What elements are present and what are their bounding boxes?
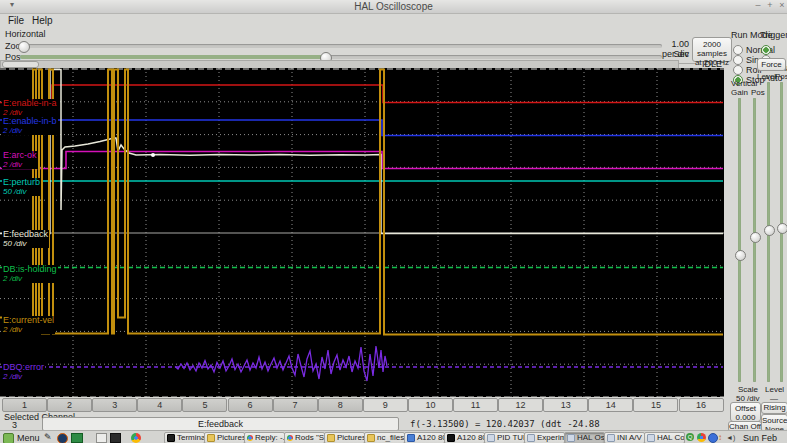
vertical-pos-slider-handle[interactable] [750, 232, 761, 243]
trigger-pos-label: Pos [775, 72, 787, 81]
chrome-tray-icon[interactable] [697, 433, 706, 442]
trigger-normal[interactable]: Normal [761, 40, 787, 50]
trace-e-current-vel [0, 70, 723, 335]
channel-tab-14[interactable]: 14 [588, 398, 633, 412]
trigger-level-slider-handle[interactable] [764, 225, 775, 236]
quod-tray-icon[interactable]: Q [686, 433, 694, 441]
vertical-gain-label: Gain [731, 88, 748, 97]
taskbar-window-8[interactable]: A120 80... [444, 432, 485, 443]
signal-icon[interactable] [734, 433, 743, 441]
window-icon [607, 434, 615, 442]
terminal-icon [167, 434, 175, 442]
horizontal-section-label: Horizontal [5, 29, 46, 39]
hal-oscilloscope-window: ▾ HAL Oscilloscope – + × File Help Horiz… [0, 0, 787, 443]
scrollbar-end-line [678, 63, 695, 64]
window-icon [567, 434, 575, 442]
file-manager-icon[interactable] [96, 433, 107, 443]
level-label: Level [765, 385, 784, 394]
selected-channel-number: 3 [12, 420, 17, 430]
menu-file[interactable]: File [8, 15, 24, 26]
taskbar-window-2[interactable]: Pictures [204, 432, 245, 443]
channel-label-dbq-error: DBQ:error2 /div [2, 363, 45, 381]
network-icon[interactable]: ↕ [718, 433, 722, 442]
firefox-icon[interactable] [57, 433, 68, 443]
mint-menu-icon[interactable] [3, 433, 14, 443]
rising-button[interactable]: Rising [761, 402, 787, 414]
channel-tab-16[interactable]: 16 [679, 398, 724, 412]
taskbar-window-3[interactable]: Reply: -... [244, 432, 285, 443]
close-button[interactable]: × [777, 0, 787, 10]
trace-marker [151, 153, 155, 157]
trace-dbq-error [175, 346, 387, 381]
minimize-button[interactable]: – [753, 0, 763, 10]
dark-icon [447, 434, 455, 442]
update-tray-icon[interactable] [708, 433, 718, 443]
selected-channel-name[interactable]: E:feedback [42, 417, 399, 431]
window-title: HAL Oscilloscope [0, 1, 787, 12]
channel-tab-6[interactable]: 6 [228, 398, 273, 412]
channel-tab-4[interactable]: 4 [137, 398, 182, 412]
scope-svg [0, 68, 724, 397]
channel-tab-3[interactable]: 3 [92, 398, 137, 412]
channel-label-e-arc-ok: E:arc-ok2 /div [2, 151, 38, 169]
menu-help[interactable]: Help [32, 15, 53, 26]
channel-tab-12[interactable]: 12 [498, 398, 543, 412]
window-icon [487, 434, 495, 442]
offset-label: Offset [731, 404, 760, 413]
folder-icon [367, 434, 375, 442]
channel-tab-1[interactable]: 1 [2, 398, 47, 412]
channel-label-e-feedback: E:feedback50 /div [2, 230, 49, 248]
maximize-button[interactable]: + [765, 0, 775, 10]
clock[interactable]: Sun Feb 10, 15:28 [743, 433, 787, 443]
channel-label-e-enable-in-a: E:enable-in-a2 /div [2, 99, 58, 117]
taskbar-window-13[interactable]: HAL Co... [644, 432, 685, 443]
channel-tab-10[interactable]: 10 [408, 398, 453, 412]
folder-icon [207, 434, 215, 442]
channel-tab-8[interactable]: 8 [318, 398, 363, 412]
offset-button[interactable]: Offset 0.000 [730, 402, 761, 422]
taskbar-window-9[interactable]: PID TUNE [484, 432, 525, 443]
force-button[interactable]: Force [757, 58, 786, 71]
menu-button[interactable]: Menu [17, 433, 40, 443]
chrome-icon[interactable] [131, 433, 141, 443]
taskbar: Menu ✎ TerminalPicturesReply: -...Rods "… [0, 430, 787, 443]
chrome-icon [247, 435, 253, 441]
pos-slider-fill [20, 55, 325, 59]
taskbar-window-5[interactable]: Pictures [324, 432, 365, 443]
chrome-icon [287, 435, 293, 441]
samples-line1: 2000 samples [693, 40, 731, 58]
channel-tab-2[interactable]: 2 [47, 398, 92, 412]
channel-tab-9[interactable]: 9 [363, 398, 408, 412]
timebase-unit: per div [655, 49, 689, 59]
channel-tab-13[interactable]: 13 [543, 398, 588, 412]
channel-label-db-is-holding: DB:is-holding2 /div [2, 265, 58, 283]
trigger-pos-slider-handle[interactable] [777, 223, 787, 234]
gain-slider[interactable] [738, 98, 741, 382]
zoom-slider[interactable] [26, 44, 662, 48]
taskbar-window-1[interactable]: Terminal [164, 432, 205, 443]
channel-label-e-enable-in-b: E:enable-in-b2 /div [2, 117, 58, 135]
pencil-icon[interactable]: ✎ [44, 433, 52, 442]
taskbar-window-4[interactable]: Rods "S... [284, 432, 325, 443]
channel-tab-15[interactable]: 15 [633, 398, 678, 412]
channel-tab-11[interactable]: 11 [453, 398, 498, 412]
taskbar-window-12[interactable]: INI A/V [604, 432, 645, 443]
taskbar-window-10[interactable]: Experim... [524, 432, 565, 443]
trigger-label: Trigger [760, 30, 787, 40]
source-label: Source [762, 416, 787, 425]
channel-label-e-current-vel: E:current-vel2 /div [2, 316, 55, 334]
taskbar-window-6[interactable]: nc_files [364, 432, 405, 443]
scale-label: Scale [738, 385, 758, 394]
taskbar-window-11[interactable]: HAL Osc... [564, 432, 605, 443]
scope-display[interactable]: E:enable-in-a2 /divE:enable-in-b2 /divE:… [0, 68, 724, 397]
window-icon [527, 434, 535, 442]
gain-slider-handle[interactable] [735, 250, 746, 261]
channel-label-e-perturb: E:perturb50 /div [2, 178, 41, 196]
channel-tab-7[interactable]: 7 [273, 398, 318, 412]
horizontal-scrollbar-thumb[interactable] [2, 61, 39, 68]
terminal-launcher-icon[interactable] [71, 433, 83, 443]
channel-tab-5[interactable]: 5 [182, 398, 227, 412]
doc-icon [407, 434, 415, 442]
taskbar-window-7[interactable]: A120 80... [404, 432, 445, 443]
screen-icon[interactable] [110, 433, 121, 443]
